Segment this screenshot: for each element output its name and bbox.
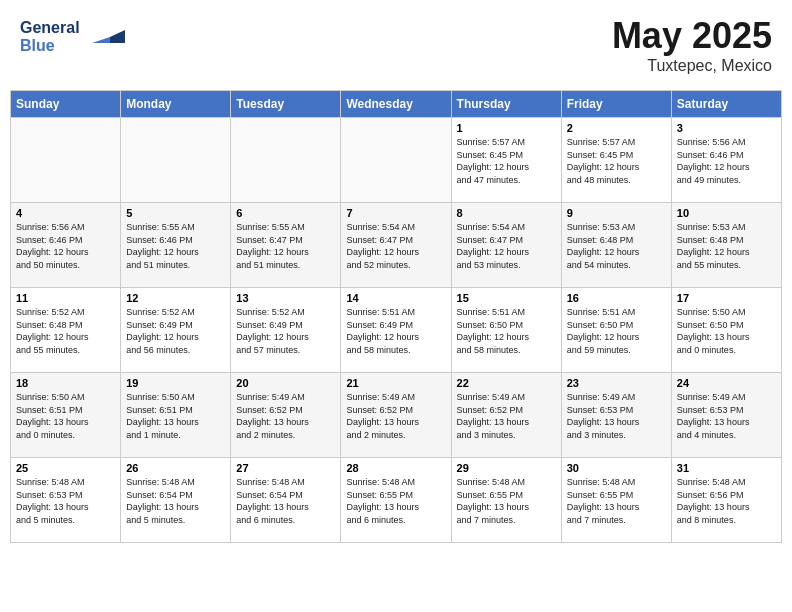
weekday-header-wednesday: Wednesday <box>341 91 451 118</box>
calendar-cell: 17Sunrise: 5:50 AMSunset: 6:50 PMDayligh… <box>671 288 781 373</box>
day-detail: Sunrise: 5:55 AMSunset: 6:47 PMDaylight:… <box>236 221 335 271</box>
day-detail: Sunrise: 5:48 AMSunset: 6:53 PMDaylight:… <box>16 476 115 526</box>
day-number: 24 <box>677 377 776 389</box>
day-detail: Sunrise: 5:57 AMSunset: 6:45 PMDaylight:… <box>457 136 556 186</box>
calendar-cell: 1Sunrise: 5:57 AMSunset: 6:45 PMDaylight… <box>451 118 561 203</box>
calendar-cell: 26Sunrise: 5:48 AMSunset: 6:54 PMDayligh… <box>121 458 231 543</box>
day-number: 1 <box>457 122 556 134</box>
calendar-cell: 11Sunrise: 5:52 AMSunset: 6:48 PMDayligh… <box>11 288 121 373</box>
weekday-header-friday: Friday <box>561 91 671 118</box>
day-detail: Sunrise: 5:54 AMSunset: 6:47 PMDaylight:… <box>346 221 445 271</box>
location-subtitle: Tuxtepec, Mexico <box>612 57 772 75</box>
day-number: 27 <box>236 462 335 474</box>
week-row-2: 4Sunrise: 5:56 AMSunset: 6:46 PMDaylight… <box>11 203 782 288</box>
weekday-header-monday: Monday <box>121 91 231 118</box>
logo-svg: General Blue <box>20 15 130 55</box>
day-detail: Sunrise: 5:56 AMSunset: 6:46 PMDaylight:… <box>677 136 776 186</box>
day-number: 14 <box>346 292 445 304</box>
calendar-cell: 10Sunrise: 5:53 AMSunset: 6:48 PMDayligh… <box>671 203 781 288</box>
calendar-cell: 21Sunrise: 5:49 AMSunset: 6:52 PMDayligh… <box>341 373 451 458</box>
weekday-header-thursday: Thursday <box>451 91 561 118</box>
calendar-cell: 22Sunrise: 5:49 AMSunset: 6:52 PMDayligh… <box>451 373 561 458</box>
day-number: 15 <box>457 292 556 304</box>
calendar-cell: 3Sunrise: 5:56 AMSunset: 6:46 PMDaylight… <box>671 118 781 203</box>
day-detail: Sunrise: 5:56 AMSunset: 6:46 PMDaylight:… <box>16 221 115 271</box>
day-detail: Sunrise: 5:54 AMSunset: 6:47 PMDaylight:… <box>457 221 556 271</box>
calendar-cell: 2Sunrise: 5:57 AMSunset: 6:45 PMDaylight… <box>561 118 671 203</box>
day-detail: Sunrise: 5:50 AMSunset: 6:51 PMDaylight:… <box>16 391 115 441</box>
svg-marker-3 <box>110 30 125 43</box>
calendar-cell: 13Sunrise: 5:52 AMSunset: 6:49 PMDayligh… <box>231 288 341 373</box>
day-number: 17 <box>677 292 776 304</box>
day-detail: Sunrise: 5:48 AMSunset: 6:55 PMDaylight:… <box>346 476 445 526</box>
day-number: 4 <box>16 207 115 219</box>
calendar-cell: 7Sunrise: 5:54 AMSunset: 6:47 PMDaylight… <box>341 203 451 288</box>
day-detail: Sunrise: 5:55 AMSunset: 6:46 PMDaylight:… <box>126 221 225 271</box>
page-header: General Blue May 2025 Tuxtepec, Mexico <box>10 10 782 80</box>
calendar-cell: 20Sunrise: 5:49 AMSunset: 6:52 PMDayligh… <box>231 373 341 458</box>
day-number: 25 <box>16 462 115 474</box>
calendar-cell: 4Sunrise: 5:56 AMSunset: 6:46 PMDaylight… <box>11 203 121 288</box>
week-row-5: 25Sunrise: 5:48 AMSunset: 6:53 PMDayligh… <box>11 458 782 543</box>
day-detail: Sunrise: 5:52 AMSunset: 6:48 PMDaylight:… <box>16 306 115 356</box>
calendar-cell: 16Sunrise: 5:51 AMSunset: 6:50 PMDayligh… <box>561 288 671 373</box>
weekday-header-row: SundayMondayTuesdayWednesdayThursdayFrid… <box>11 91 782 118</box>
weekday-header-saturday: Saturday <box>671 91 781 118</box>
calendar-cell: 19Sunrise: 5:50 AMSunset: 6:51 PMDayligh… <box>121 373 231 458</box>
day-detail: Sunrise: 5:51 AMSunset: 6:50 PMDaylight:… <box>457 306 556 356</box>
day-number: 30 <box>567 462 666 474</box>
calendar-cell: 30Sunrise: 5:48 AMSunset: 6:55 PMDayligh… <box>561 458 671 543</box>
day-detail: Sunrise: 5:52 AMSunset: 6:49 PMDaylight:… <box>126 306 225 356</box>
day-number: 7 <box>346 207 445 219</box>
calendar-cell: 29Sunrise: 5:48 AMSunset: 6:55 PMDayligh… <box>451 458 561 543</box>
day-number: 31 <box>677 462 776 474</box>
weekday-header-tuesday: Tuesday <box>231 91 341 118</box>
day-detail: Sunrise: 5:48 AMSunset: 6:55 PMDaylight:… <box>457 476 556 526</box>
weekday-header-sunday: Sunday <box>11 91 121 118</box>
day-detail: Sunrise: 5:49 AMSunset: 6:53 PMDaylight:… <box>677 391 776 441</box>
calendar-table: SundayMondayTuesdayWednesdayThursdayFrid… <box>10 90 782 543</box>
title-block: May 2025 Tuxtepec, Mexico <box>612 15 772 75</box>
calendar-cell: 9Sunrise: 5:53 AMSunset: 6:48 PMDaylight… <box>561 203 671 288</box>
calendar-cell <box>341 118 451 203</box>
day-detail: Sunrise: 5:51 AMSunset: 6:49 PMDaylight:… <box>346 306 445 356</box>
week-row-1: 1Sunrise: 5:57 AMSunset: 6:45 PMDaylight… <box>11 118 782 203</box>
calendar-cell: 12Sunrise: 5:52 AMSunset: 6:49 PMDayligh… <box>121 288 231 373</box>
day-number: 8 <box>457 207 556 219</box>
day-detail: Sunrise: 5:49 AMSunset: 6:53 PMDaylight:… <box>567 391 666 441</box>
calendar-cell: 23Sunrise: 5:49 AMSunset: 6:53 PMDayligh… <box>561 373 671 458</box>
day-number: 2 <box>567 122 666 134</box>
day-detail: Sunrise: 5:52 AMSunset: 6:49 PMDaylight:… <box>236 306 335 356</box>
day-detail: Sunrise: 5:53 AMSunset: 6:48 PMDaylight:… <box>677 221 776 271</box>
calendar-cell: 24Sunrise: 5:49 AMSunset: 6:53 PMDayligh… <box>671 373 781 458</box>
day-number: 9 <box>567 207 666 219</box>
day-detail: Sunrise: 5:53 AMSunset: 6:48 PMDaylight:… <box>567 221 666 271</box>
day-number: 10 <box>677 207 776 219</box>
day-number: 22 <box>457 377 556 389</box>
svg-marker-2 <box>92 37 110 43</box>
calendar-cell <box>231 118 341 203</box>
week-row-4: 18Sunrise: 5:50 AMSunset: 6:51 PMDayligh… <box>11 373 782 458</box>
calendar-cell: 8Sunrise: 5:54 AMSunset: 6:47 PMDaylight… <box>451 203 561 288</box>
day-number: 13 <box>236 292 335 304</box>
day-number: 23 <box>567 377 666 389</box>
day-number: 21 <box>346 377 445 389</box>
calendar-cell <box>11 118 121 203</box>
day-detail: Sunrise: 5:49 AMSunset: 6:52 PMDaylight:… <box>457 391 556 441</box>
calendar-cell: 27Sunrise: 5:48 AMSunset: 6:54 PMDayligh… <box>231 458 341 543</box>
day-number: 3 <box>677 122 776 134</box>
calendar-cell: 14Sunrise: 5:51 AMSunset: 6:49 PMDayligh… <box>341 288 451 373</box>
day-number: 11 <box>16 292 115 304</box>
day-number: 19 <box>126 377 225 389</box>
calendar-cell: 28Sunrise: 5:48 AMSunset: 6:55 PMDayligh… <box>341 458 451 543</box>
month-title: May 2025 <box>612 15 772 57</box>
day-detail: Sunrise: 5:57 AMSunset: 6:45 PMDaylight:… <box>567 136 666 186</box>
calendar-cell: 31Sunrise: 5:48 AMSunset: 6:56 PMDayligh… <box>671 458 781 543</box>
day-number: 28 <box>346 462 445 474</box>
day-number: 16 <box>567 292 666 304</box>
day-detail: Sunrise: 5:48 AMSunset: 6:56 PMDaylight:… <box>677 476 776 526</box>
day-number: 5 <box>126 207 225 219</box>
calendar-cell: 15Sunrise: 5:51 AMSunset: 6:50 PMDayligh… <box>451 288 561 373</box>
day-detail: Sunrise: 5:51 AMSunset: 6:50 PMDaylight:… <box>567 306 666 356</box>
logo: General Blue <box>20 15 130 55</box>
